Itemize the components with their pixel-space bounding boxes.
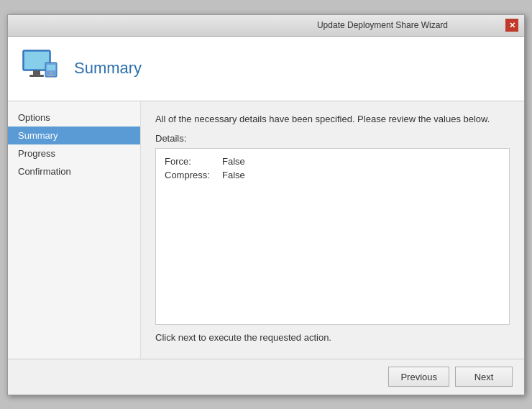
details-box: Force: False Compress: False [155,148,510,325]
svg-rect-5 [47,65,55,70]
sidebar-item-summary[interactable]: Summary [8,127,140,144]
detail-row-force: Force: False [165,156,500,167]
sidebar-item-options[interactable]: Options [8,109,140,127]
main-content: All of the necessary details have been s… [141,101,524,359]
svg-rect-2 [33,70,40,75]
footer: Previous Next [8,359,524,395]
svg-point-6 [50,72,52,74]
sidebar-item-progress[interactable]: Progress [8,144,140,162]
wizard-window: Update Deployment Share Wizard ✕ Summary [7,14,525,395]
details-label: Details: [155,133,510,144]
next-button[interactable]: Next [455,367,513,387]
content-area: Options Summary Progress Confirmation Al… [8,101,524,359]
click-next-text: Click next to execute the requested acti… [155,332,510,343]
detail-row-compress: Compress: False [165,170,500,180]
svg-rect-7 [48,75,54,76]
close-button[interactable]: ✕ [505,19,518,32]
detail-key-force: Force: [165,156,222,167]
detail-key-compress: Compress: [165,170,222,180]
detail-value-compress: False [222,170,245,180]
sidebar: Options Summary Progress Confirmation [8,101,141,359]
header-area: Summary [8,37,524,101]
sidebar-item-confirmation[interactable]: Confirmation [8,162,140,180]
window-title: Update Deployment Share Wizard [260,20,505,30]
header-icon [19,47,63,90]
detail-value-force: False [222,156,245,167]
intro-text: All of the necessary details have been s… [155,113,510,126]
title-bar: Update Deployment Share Wizard ✕ [8,15,524,37]
previous-button[interactable]: Previous [388,367,449,387]
svg-rect-3 [29,75,44,77]
page-title: Summary [74,59,142,78]
